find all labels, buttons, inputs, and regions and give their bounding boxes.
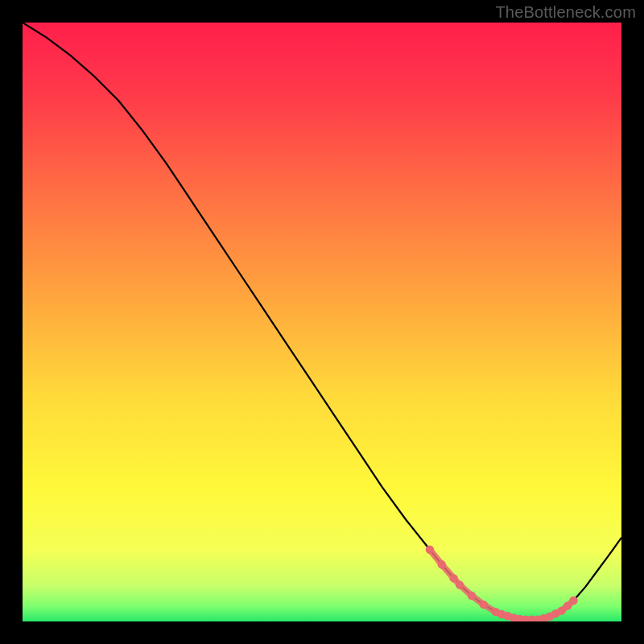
plot-area — [23, 23, 621, 621]
marker-dot — [449, 574, 457, 582]
attribution-text: TheBottleneck.com — [495, 3, 636, 22]
plot-svg — [23, 23, 621, 621]
gradient-background — [23, 23, 621, 621]
marker-dot — [480, 601, 488, 609]
marker-dot — [438, 560, 446, 568]
marker-dot — [468, 592, 476, 600]
marker-dot — [426, 546, 434, 554]
marker-dot — [569, 597, 577, 605]
marker-dot — [456, 580, 464, 588]
chart-container: TheBottleneck.com — [0, 0, 644, 644]
